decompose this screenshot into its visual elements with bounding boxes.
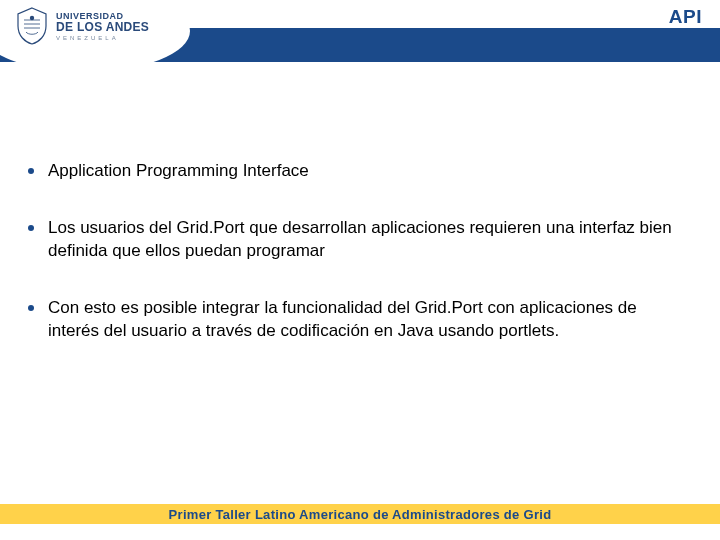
slide-title: API xyxy=(669,6,702,28)
university-crest-icon xyxy=(14,6,50,46)
content-area: Application Programming Interface Los us… xyxy=(28,160,692,377)
bullet-text: Application Programming Interface xyxy=(48,160,309,183)
list-item: Con esto es posible integrar la funciona… xyxy=(28,297,692,343)
bullet-text: Los usuarios del Grid.Port que desarroll… xyxy=(48,217,692,263)
logo: UNIVERSIDAD DE LOS ANDES VENEZUELA xyxy=(0,0,192,66)
footer-text: Primer Taller Latino Americano de Admini… xyxy=(169,507,552,522)
logo-line-2: DE LOS ANDES xyxy=(56,21,149,33)
footer-bar: Primer Taller Latino Americano de Admini… xyxy=(0,504,720,524)
slide: API UNIVERSIDAD DE LOS ANDES VENEZUELA A… xyxy=(0,0,720,540)
logo-line-3: VENEZUELA xyxy=(56,35,149,41)
bullet-icon xyxy=(28,305,34,311)
svg-point-0 xyxy=(30,16,34,20)
logo-inner: UNIVERSIDAD DE LOS ANDES VENEZUELA xyxy=(14,6,149,46)
bullet-icon xyxy=(28,168,34,174)
logo-text: UNIVERSIDAD DE LOS ANDES VENEZUELA xyxy=(56,12,149,41)
list-item: Application Programming Interface xyxy=(28,160,692,183)
bullet-text: Con esto es posible integrar la funciona… xyxy=(48,297,692,343)
bullet-icon xyxy=(28,225,34,231)
list-item: Los usuarios del Grid.Port que desarroll… xyxy=(28,217,692,263)
